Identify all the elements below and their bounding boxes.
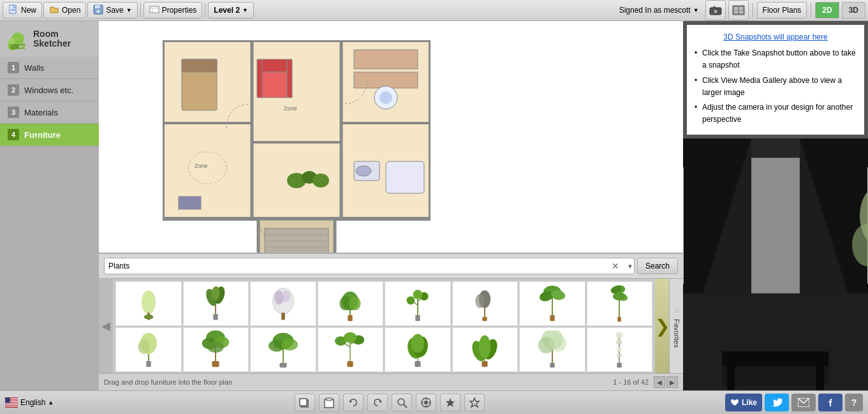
- facebook-button[interactable]: [818, 394, 842, 411]
- nav-furniture[interactable]: 4 Furniture: [0, 124, 99, 146]
- furniture-item[interactable]: [250, 281, 316, 326]
- furniture-item[interactable]: [250, 327, 316, 372]
- svg-rect-167: [300, 399, 307, 406]
- svg-point-117: [138, 340, 149, 354]
- svg-marker-180: [446, 398, 455, 407]
- twitter-button[interactable]: [765, 394, 789, 411]
- toolbar: New Open Save ▼ Properties Level 2 ▼ Sig…: [0, 0, 868, 21]
- properties-button[interactable]: Properties: [143, 2, 203, 18]
- svg-rect-151: [550, 363, 554, 367]
- camera-button[interactable]: [705, 0, 726, 20]
- redo-button[interactable]: [367, 394, 388, 411]
- search-button[interactable]: Search: [637, 258, 678, 274]
- open-button[interactable]: Open: [43, 2, 86, 18]
- signed-in-dropdown: ▼: [693, 7, 699, 13]
- gallery-button[interactable]: [728, 0, 749, 20]
- save-button[interactable]: Save ▼: [87, 2, 137, 18]
- save-dropdown-icon[interactable]: ▼: [126, 7, 132, 13]
- furniture-item[interactable]: [318, 327, 384, 372]
- separator: [140, 3, 141, 17]
- floor-plans-button[interactable]: Floor Plans: [757, 2, 807, 18]
- nav-materials[interactable]: 3 Materials: [0, 101, 99, 124]
- level-selector[interactable]: Level 2 ▼: [208, 2, 254, 18]
- furniture-item[interactable]: [452, 281, 519, 326]
- svg-point-86: [282, 290, 290, 302]
- svg-rect-92: [348, 315, 353, 321]
- svg-rect-1: [11, 9, 15, 10]
- search-clear-button[interactable]: ✕: [612, 261, 619, 271]
- svg-rect-6: [150, 6, 159, 13]
- furniture-item[interactable]: [385, 327, 451, 372]
- svg-rect-108: [550, 315, 554, 321]
- tools-button[interactable]: [416, 394, 436, 411]
- signed-in-label: Signed In as mescott: [619, 6, 691, 15]
- help-button[interactable]: ?: [845, 394, 863, 411]
- scroll-right-button[interactable]: ▶: [666, 376, 678, 388]
- like-button[interactable]: Like: [725, 394, 762, 411]
- svg-rect-71: [723, 351, 829, 366]
- furniture-item[interactable]: [115, 281, 182, 326]
- furniture-item[interactable]: [519, 281, 585, 326]
- svg-point-52: [379, 91, 392, 104]
- separator2: [205, 3, 205, 17]
- furniture-item[interactable]: [115, 327, 182, 372]
- prev-page-button[interactable]: ◀: [99, 279, 113, 373]
- furniture-item[interactable]: [183, 281, 249, 326]
- svg-point-154: [617, 340, 622, 344]
- svg-rect-164: [5, 406, 18, 406]
- svg-point-21: [8, 38, 15, 45]
- special-button[interactable]: [440, 394, 460, 411]
- search-input[interactable]: [104, 258, 635, 274]
- svg-rect-83: [214, 314, 218, 320]
- svg-point-76: [142, 290, 156, 314]
- svg-rect-58: [179, 196, 201, 209]
- furniture-status-bar: Drag and drop furniture into the floor p…: [99, 373, 683, 390]
- mode-2d-button[interactable]: 2D: [815, 2, 839, 18]
- level-dropdown-icon: ▼: [242, 7, 248, 13]
- svg-rect-12: [713, 6, 716, 8]
- svg-point-155: [617, 347, 622, 351]
- svg-rect-165: [5, 397, 10, 403]
- nav-windows[interactable]: 2 Windows etc.: [0, 79, 99, 101]
- email-button[interactable]: [791, 394, 816, 411]
- svg-rect-39: [261, 72, 287, 98]
- furniture-item[interactable]: [318, 281, 384, 326]
- svg-point-78: [143, 314, 153, 319]
- favorites-tab[interactable]: ★ Favorites: [669, 279, 683, 373]
- svg-point-153: [616, 332, 623, 338]
- furniture-item[interactable]: [183, 327, 249, 372]
- search-dropdown-button[interactable]: ▼: [627, 263, 633, 270]
- next-page-button[interactable]: ❯: [655, 279, 669, 373]
- svg-rect-38: [261, 59, 287, 72]
- language-dropdown-icon: ▲: [48, 399, 54, 406]
- svg-rect-42: [354, 50, 418, 69]
- snapshot-bullet-2: Click View Media Gallery above to view a…: [693, 75, 858, 99]
- svg-rect-157: [617, 363, 622, 367]
- settings-button[interactable]: [464, 394, 485, 411]
- new-button[interactable]: New: [3, 2, 42, 18]
- furniture-item[interactable]: [519, 327, 585, 372]
- signed-in-area[interactable]: Signed In as mescott ▼: [619, 6, 699, 15]
- mode-3d-button[interactable]: 3D: [842, 2, 865, 18]
- furniture-item[interactable]: [587, 327, 653, 372]
- svg-point-102: [475, 294, 485, 308]
- flag-icon: [5, 397, 18, 408]
- furniture-item[interactable]: [452, 327, 519, 372]
- furniture-panel: ✕ ▼ Search ◀: [99, 253, 683, 390]
- left-sidebar: RS RoomSketcher 1 Walls 2 Windows etc. 3…: [0, 21, 99, 390]
- copy-button[interactable]: [295, 394, 315, 411]
- logo-text: RoomSketcher: [33, 29, 71, 49]
- right-panel: 3D Snapshots will appear here Click the …: [683, 21, 868, 390]
- svg-rect-136: [348, 361, 353, 367]
- furniture-item[interactable]: [385, 281, 451, 326]
- nav-walls[interactable]: 1 Walls: [0, 57, 99, 79]
- language-selector[interactable]: English ▲: [5, 397, 54, 408]
- svg-text:RS: RS: [19, 44, 26, 50]
- svg-point-140: [411, 334, 424, 353]
- zoom-button[interactable]: [392, 394, 412, 411]
- undo-button[interactable]: [343, 394, 364, 411]
- scroll-left-button[interactable]: ◀: [654, 376, 665, 388]
- furniture-item[interactable]: [587, 281, 653, 326]
- paste-button[interactable]: [319, 394, 339, 411]
- svg-rect-64: [683, 168, 684, 284]
